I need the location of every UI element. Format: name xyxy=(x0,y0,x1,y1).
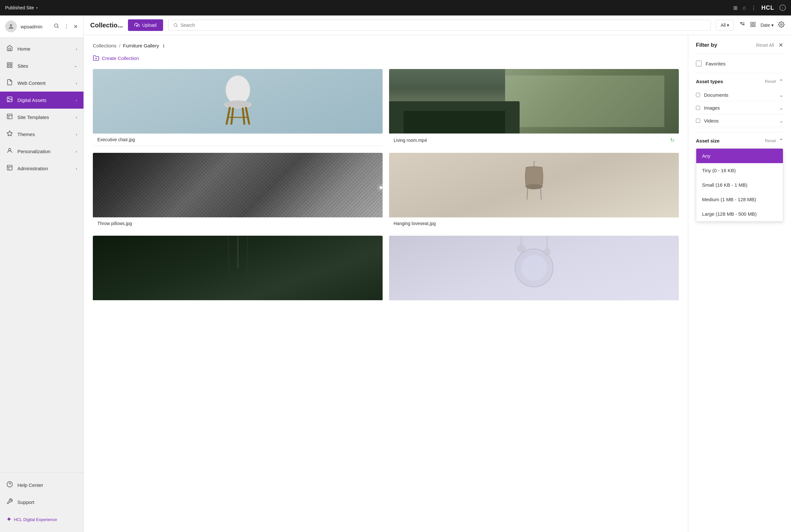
svg-line-37 xyxy=(246,108,249,124)
size-option-any[interactable]: Any xyxy=(696,149,783,163)
sidebar-item-administration-label: Administration xyxy=(17,166,71,171)
site-templates-nav-icon xyxy=(6,113,13,121)
upload-label: Upload xyxy=(142,23,156,28)
sidebar-item-home[interactable]: Home › xyxy=(0,40,83,57)
svg-line-46 xyxy=(228,236,229,274)
filter-title: Filter by xyxy=(696,42,717,49)
image-card-livingroom[interactable]: Living room.mp4 ↻ xyxy=(389,69,679,146)
size-option-large[interactable]: Large (128 MB - 500 MB) xyxy=(696,207,783,221)
sidebar-item-themes[interactable]: Themes › xyxy=(0,126,83,143)
image-card-dark1[interactable] xyxy=(93,236,383,307)
breadcrumb-collections[interactable]: Collections xyxy=(93,43,116,49)
asset-size-dropdown: Any Tiny (0 - 16 KB) Small (16 KB - 1 MB… xyxy=(696,148,783,222)
size-option-medium[interactable]: Medium (1 MB - 128 MB) xyxy=(696,192,783,207)
home-nav-icon xyxy=(6,45,13,53)
date-chevron: ▾ xyxy=(771,23,774,28)
image-card-light1[interactable] xyxy=(389,236,679,307)
svg-point-1 xyxy=(55,24,58,27)
image-caption-pillows: Throw pillows.jpg xyxy=(93,217,383,229)
sidebar-item-themes-label: Themes xyxy=(17,132,71,137)
videos-checkbox[interactable] xyxy=(696,119,700,123)
settings-button[interactable] xyxy=(778,21,785,29)
image-thumb-loveseat xyxy=(389,153,679,217)
favorites-row: Favorites xyxy=(696,59,783,68)
svg-point-31 xyxy=(781,23,782,25)
more-icon[interactable]: ⋮ xyxy=(751,5,756,11)
home-icon[interactable]: ⌂ xyxy=(742,5,746,11)
filter-all-chevron: ▾ xyxy=(727,23,729,28)
search-button[interactable] xyxy=(53,22,60,31)
date-sort-button[interactable]: Date ▾ xyxy=(760,23,774,28)
image-card-pillows[interactable]: Throw pillows.jpg xyxy=(93,153,383,229)
image-thumb-light1 xyxy=(389,236,679,300)
sidebar-item-digital-assets[interactable]: Digital Assets › xyxy=(0,92,83,109)
favorites-checkbox[interactable] xyxy=(696,61,702,66)
size-option-tiny[interactable]: Tiny (0 - 16 KB) xyxy=(696,163,783,178)
reset-all-button[interactable]: Reset All xyxy=(756,42,774,48)
content-body: Collections / Furniture Gallery ℹ Create… xyxy=(84,35,791,532)
svg-point-41 xyxy=(225,100,251,108)
filter-header: Filter by Reset All ✕ xyxy=(688,35,791,54)
sidebar-item-personalization[interactable]: Personalization › xyxy=(0,143,83,160)
create-collection-button[interactable]: Create Collection xyxy=(93,55,139,61)
sidebar-item-site-templates[interactable]: Site Templates › xyxy=(0,109,83,126)
digital-assets-nav-icon xyxy=(6,96,13,104)
sidebar-item-sites[interactable]: Sites ⌄ xyxy=(0,57,83,75)
help-icon xyxy=(6,481,13,489)
images-checkbox[interactable] xyxy=(696,106,700,110)
search-input[interactable] xyxy=(180,23,706,28)
asset-size-reset-button[interactable]: Reset xyxy=(765,138,776,143)
sidebar-item-web-content[interactable]: Web Content › xyxy=(0,75,83,92)
sidebar-item-sites-chevron: ⌄ xyxy=(74,64,77,68)
create-collection-icon xyxy=(93,55,99,61)
svg-rect-9 xyxy=(7,114,12,119)
images-expand-button[interactable]: ⌄ xyxy=(779,106,783,111)
image-card-chair[interactable]: Executive chair.jpg xyxy=(93,69,383,146)
asset-types-toggle-button[interactable]: ⌃ xyxy=(779,78,783,84)
filter-all-dropdown[interactable]: All ▾ xyxy=(716,20,734,31)
sidebar-item-support[interactable]: Support xyxy=(0,494,83,511)
image-name-chair: Executive chair.jpg xyxy=(97,137,135,142)
sidebar-item-site-templates-label: Site Templates xyxy=(17,114,71,120)
size-option-small[interactable]: Small (16 KB - 1 MB) xyxy=(696,178,783,192)
asset-types-reset-button[interactable]: Reset xyxy=(765,79,776,84)
asset-types-list: Documents ⌄ Images ⌄ xyxy=(696,89,783,127)
grid-view-button[interactable] xyxy=(750,22,756,29)
image-thumb-chair xyxy=(93,69,383,133)
grid-icon[interactable]: ⊞ xyxy=(733,5,737,11)
more-options-button[interactable]: ⋮ xyxy=(63,23,70,30)
sidebar-item-help[interactable]: Help Center xyxy=(0,477,83,494)
breadcrumb-info-icon[interactable]: ℹ xyxy=(163,43,165,49)
upload-button[interactable]: Upload xyxy=(128,19,163,31)
asset-size-title: Asset size xyxy=(696,138,719,144)
top-bar-chevron[interactable]: ▾ xyxy=(36,6,38,10)
sidebar-user-actions: ⋮ ✕ xyxy=(53,22,78,31)
close-filter-button[interactable]: ✕ xyxy=(778,42,783,49)
asset-size-toggle-button[interactable]: ⌃ xyxy=(779,138,783,144)
image-card-loveseat[interactable]: Hanging loveseat.jpg xyxy=(389,153,679,229)
nav-list: Home › Sites ⌄ Web Content › xyxy=(0,38,83,472)
image-thumb-livingroom xyxy=(389,69,679,133)
asset-types-title: Asset types xyxy=(696,79,723,84)
svg-line-36 xyxy=(227,108,230,124)
filter-header-actions: Reset All ✕ xyxy=(756,42,783,49)
sidebar-item-sites-label: Sites xyxy=(17,63,70,69)
image-caption-chair: Executive chair.jpg xyxy=(93,133,383,146)
grid-toggle xyxy=(750,22,756,29)
documents-checkbox[interactable] xyxy=(696,93,700,97)
sidebar-item-administration[interactable]: Administration › xyxy=(0,160,83,177)
asset-type-documents-left: Documents xyxy=(696,92,729,98)
sidebar-item-digital-assets-chevron: › xyxy=(76,98,77,102)
image-name-livingroom: Living room.mp4 xyxy=(393,138,427,143)
filter-options-button[interactable] xyxy=(739,21,746,29)
videos-expand-button[interactable]: ⌄ xyxy=(779,118,783,124)
username: wpsadmin xyxy=(21,24,49,29)
pendant-lights xyxy=(502,236,566,300)
documents-expand-button[interactable]: ⌄ xyxy=(779,93,783,98)
close-sidebar-button[interactable]: ✕ xyxy=(73,23,78,30)
image-thumb-pillows xyxy=(93,153,383,217)
info-icon[interactable]: i xyxy=(779,4,786,11)
main-content: Collectio... Upload All ▾ xyxy=(84,16,791,532)
hcl-brand: ✦ HCL Digital Experience xyxy=(0,511,83,528)
svg-line-2 xyxy=(57,27,58,28)
